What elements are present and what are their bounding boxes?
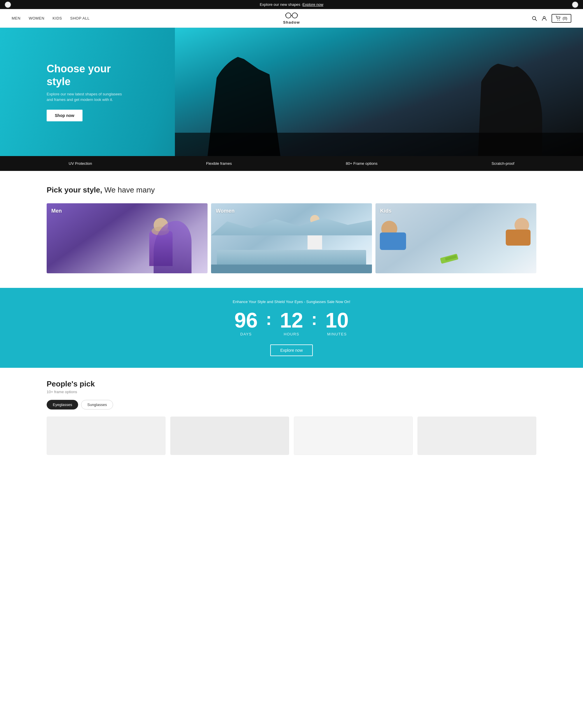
svg-point-9 xyxy=(559,20,560,20)
svg-point-0 xyxy=(286,13,291,18)
feature-frames: 80+ Frame options xyxy=(346,161,378,166)
filter-eyeglasses[interactable]: Eyeglasses xyxy=(47,400,78,410)
announcement-link[interactable]: Explore now xyxy=(303,2,324,7)
product-card-4[interactable] xyxy=(417,416,536,455)
product-image-2 xyxy=(170,417,289,455)
pick-style-title-bold: Pick your style, xyxy=(47,185,102,194)
svg-point-8 xyxy=(557,20,558,20)
product-grid xyxy=(47,416,536,455)
kids-figures xyxy=(378,215,533,264)
hero-subtitle: Explore our new latest shapes of sunglas… xyxy=(47,91,122,103)
countdown-hours: 12 HOURS xyxy=(274,310,309,336)
countdown-days: 96 DAYS xyxy=(228,310,263,336)
announcement-next-button[interactable]: › xyxy=(572,1,578,8)
category-card-men[interactable]: Men xyxy=(47,203,207,273)
svg-point-5 xyxy=(533,16,536,20)
hero-title: Choose your style xyxy=(47,62,122,87)
kids-label: Kids xyxy=(380,208,391,214)
peoples-pick-subtitle: 10+ frame options xyxy=(47,390,536,394)
separator-1: : xyxy=(263,310,274,328)
peoples-pick-title: People's pick xyxy=(47,380,536,389)
sale-section: Enhance Your Style and Shield Your Eyes … xyxy=(0,288,583,368)
announcement-bar: ‹ Explore our new shapes · Explore now › xyxy=(0,0,583,9)
hours-label: HOURS xyxy=(274,332,309,336)
days-label: DAYS xyxy=(228,332,263,336)
product-image-4 xyxy=(418,417,536,455)
hero-section: Choose your style Explore our new latest… xyxy=(0,28,583,156)
product-image-1 xyxy=(47,417,165,455)
hero-image-area xyxy=(175,28,583,156)
water xyxy=(211,264,372,273)
nav-kids[interactable]: KIDS xyxy=(53,16,62,20)
logo[interactable]: Shadow xyxy=(283,12,300,25)
cart-button[interactable]: (0) xyxy=(552,14,571,23)
account-icon xyxy=(542,16,547,21)
peoples-pick-section: People's pick 10+ frame options Eyeglass… xyxy=(0,368,583,467)
minutes-number: 10 xyxy=(320,310,355,331)
product-image-3 xyxy=(294,417,413,455)
sale-tagline: Enhance Your Style and Shield Your Eyes … xyxy=(6,300,577,304)
women-card-bg xyxy=(211,203,372,273)
countdown-minutes: 10 MINUTES xyxy=(320,310,355,336)
countdown: 96 DAYS : 12 HOURS : 10 MINUTES xyxy=(6,310,577,336)
account-button[interactable] xyxy=(542,16,547,21)
features-bar: UV Protection Flexible frames 80+ Frame … xyxy=(0,156,583,171)
days-number: 96 xyxy=(228,310,263,331)
separator-2: : xyxy=(309,310,320,328)
search-icon xyxy=(532,16,537,21)
announcement-text: Explore our new shapes · xyxy=(260,2,303,7)
feature-scratch: Scratch-proof xyxy=(492,161,514,166)
logo-name: Shadow xyxy=(283,20,300,25)
announcement-prev-button[interactable]: ‹ xyxy=(5,1,11,8)
category-grid: Men Women xyxy=(47,203,536,273)
search-button[interactable] xyxy=(532,16,537,21)
feature-flexible: Flexible frames xyxy=(206,161,232,166)
minutes-label: MINUTES xyxy=(320,332,355,336)
shop-now-button[interactable]: Shop now xyxy=(47,110,83,121)
svg-point-1 xyxy=(292,13,297,18)
main-nav: MEN WOMEN KIDS SHOP ALL xyxy=(12,16,90,20)
header: MEN WOMEN KIDS SHOP ALL Shadow xyxy=(0,9,583,28)
women-label: Women xyxy=(216,208,235,214)
men-label: Men xyxy=(51,208,62,214)
filter-tabs: Eyeglasses Sunglasses xyxy=(47,400,536,410)
product-card-3[interactable] xyxy=(294,416,413,455)
cart-icon xyxy=(556,16,561,21)
product-card-2[interactable] xyxy=(170,416,289,455)
hours-number: 12 xyxy=(274,310,309,331)
nav-men[interactable]: MEN xyxy=(12,16,20,20)
nav-shop-all[interactable]: SHOP ALL xyxy=(70,16,90,20)
filter-sunglasses[interactable]: Sunglasses xyxy=(81,400,113,410)
header-icons: (0) xyxy=(532,14,571,23)
mountains xyxy=(211,212,372,235)
explore-now-button[interactable]: Explore now xyxy=(270,344,312,356)
kid2-body xyxy=(506,230,530,245)
logo-glasses-icon xyxy=(285,12,298,20)
kids-card-bg xyxy=(376,203,536,273)
kid1-body xyxy=(380,232,406,250)
pick-style-title-normal: We have many xyxy=(104,185,155,194)
pick-style-title: Pick your style, We have many xyxy=(47,185,536,194)
product-card-1[interactable] xyxy=(47,416,166,455)
nav-women[interactable]: WOMEN xyxy=(29,16,44,20)
feature-uv: UV Protection xyxy=(69,161,92,166)
hero-content: Choose your style Explore our new latest… xyxy=(0,62,122,121)
category-card-kids[interactable]: Kids xyxy=(376,203,536,273)
svg-line-6 xyxy=(535,19,537,21)
pick-style-section: Pick your style, We have many Men xyxy=(0,171,583,288)
category-card-women[interactable]: Women xyxy=(211,203,372,273)
cart-count: (0) xyxy=(563,16,567,20)
ground-area xyxy=(175,133,583,156)
men-card-bg xyxy=(47,203,207,273)
